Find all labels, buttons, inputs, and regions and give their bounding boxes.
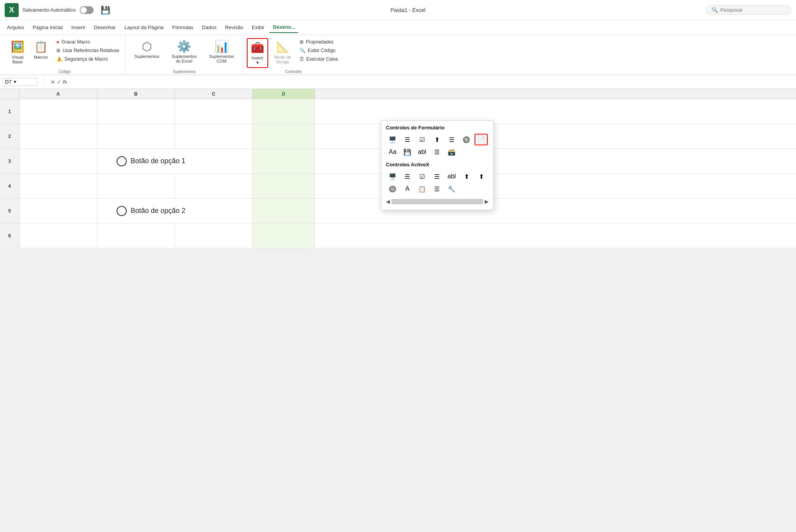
modo-design-button[interactable]: 📐 Modo deDesign	[271, 38, 294, 66]
ribbon-group-codigo: 🖼️ VisualBasic 📋 Macros ● Gravar Macro ⊞…	[4, 37, 126, 75]
cell-B1[interactable]	[97, 99, 175, 124]
row-header-2: 2	[0, 124, 19, 148]
autosave-label: Salvamento Automático	[23, 7, 76, 13]
suplementos-excel-icon: ⚙️	[177, 40, 191, 53]
menu-inserir[interactable]: Inserir	[67, 22, 89, 33]
cell-B4[interactable]	[97, 174, 175, 198]
form-ctrl-list[interactable]: ☰	[445, 134, 458, 145]
executar-caixa-button[interactable]: ☰ Executar Caixa	[297, 55, 340, 63]
radio-circle-2[interactable]	[117, 206, 127, 216]
form-ctrl-button[interactable]: 🖥️	[386, 134, 399, 145]
cancel-formula-icon[interactable]: ✕	[51, 79, 55, 85]
ax-image[interactable]: 📋	[415, 183, 429, 195]
cell-D5[interactable]	[253, 199, 315, 223]
cell-C6[interactable]	[175, 223, 253, 248]
cell-C4[interactable]	[175, 174, 253, 198]
form-ctrl-scroll[interactable]: 💾	[401, 146, 414, 158]
ax-button[interactable]: 🖥️	[386, 171, 399, 182]
ribbon: 🖼️ VisualBasic 📋 Macros ● Gravar Macro ⊞…	[0, 35, 796, 75]
form-ctrl-label[interactable]: Aa	[386, 146, 399, 158]
scroll-left-arrow[interactable]: ◀	[386, 199, 390, 204]
col-header-D[interactable]: D	[253, 89, 315, 99]
row-header-1: 1	[0, 99, 19, 124]
gravar-macro-button[interactable]: ● Gravar Macro	[54, 38, 121, 46]
menu-layout[interactable]: Layout da Página	[120, 22, 168, 33]
formula-action-icons: ✕ ✓ fx	[51, 79, 67, 85]
ax-radio[interactable]: 🔘	[386, 183, 399, 195]
menu-desenhar[interactable]: Desenhar	[90, 22, 120, 33]
radio-circle-1[interactable]	[117, 156, 127, 166]
cell-reference-box[interactable]: D7 ▼	[2, 78, 37, 86]
cell-D6[interactable]	[253, 223, 315, 248]
suplementos-com-button[interactable]: 📊 SuplementosCOM	[204, 38, 239, 65]
cell-A3[interactable]	[19, 149, 97, 173]
cell-C2[interactable]	[175, 124, 253, 148]
suplementos-button[interactable]: ⬡ Suplementos	[129, 38, 164, 60]
form-ctrl-radio[interactable]: 🔘	[460, 134, 473, 145]
cell-A6[interactable]	[19, 223, 97, 248]
inserir-button[interactable]: 🧰 Inserir▼	[247, 38, 268, 68]
activex-controls-grid: 🖥️ ☰ ☑ ☰ abl ⬆ ⬆ 🔘 A 📋 ☰ 🔧	[386, 171, 489, 195]
cell-D3[interactable]	[253, 149, 315, 173]
ax-spin[interactable]: ⬆	[475, 171, 488, 182]
cell-A1[interactable]	[19, 99, 97, 124]
form-ctrl-text[interactable]: abl	[415, 146, 429, 158]
cell-D1[interactable]	[253, 99, 315, 124]
visual-basic-button[interactable]: 🖼️ VisualBasic	[8, 38, 28, 66]
form-ctrl-bar[interactable]: 🗃️	[445, 146, 458, 158]
formula-bar: D7 ▼ ⋮ ✕ ✓ fx	[0, 75, 796, 89]
cell-B6[interactable]	[97, 223, 175, 248]
ax-combo[interactable]: ☰	[401, 171, 414, 182]
cell-B2[interactable]	[97, 124, 175, 148]
ax-label[interactable]: A	[401, 183, 414, 195]
suplementos-excel-button[interactable]: ⚙️ Suplementosdo Excel	[167, 38, 201, 65]
autosave-toggle[interactable]	[80, 6, 94, 14]
ax-more[interactable]: 🔧	[445, 183, 458, 195]
controles-small-buttons: ⊞ Propriedades 🔍 Exibir Código ☰ Executa…	[297, 38, 340, 63]
search-box[interactable]: 🔍	[706, 5, 791, 15]
form-ctrl-spin[interactable]: ⬆	[430, 134, 443, 145]
col-header-C[interactable]: C	[175, 89, 253, 99]
scrollbar-track[interactable]	[391, 199, 483, 204]
ax-scroll[interactable]: ⬆	[460, 171, 473, 182]
menu-desenvolver[interactable]: Desenv...	[269, 22, 298, 33]
scroll-right-arrow[interactable]: ▶	[485, 199, 489, 204]
fx-icon[interactable]: fx	[63, 79, 67, 85]
cell-B3[interactable]: Botão de opção 1	[97, 149, 253, 173]
referencias-relativas-button[interactable]: ⊞ Usar Referências Relativas	[54, 47, 121, 54]
menu-dados[interactable]: Dados	[198, 22, 220, 33]
cell-D2[interactable]	[253, 124, 315, 148]
menu-arquivo[interactable]: Arquivo	[3, 22, 28, 33]
col-header-B[interactable]: B	[97, 89, 175, 99]
form-ctrl-combo[interactable]: ☰	[401, 134, 414, 145]
form-ctrl-list2[interactable]: ☰	[430, 146, 443, 158]
confirm-formula-icon[interactable]: ✓	[57, 79, 61, 85]
form-ctrl-group[interactable]: 📄	[475, 134, 488, 145]
macro-small-buttons: ● Gravar Macro ⊞ Usar Referências Relati…	[54, 38, 121, 63]
col-header-A[interactable]: A	[19, 89, 97, 99]
menu-formulas[interactable]: Fórmulas	[168, 22, 197, 33]
cell-A4[interactable]	[19, 174, 97, 198]
save-icon: 💾	[101, 5, 110, 15]
cell-ref-dropdown-icon[interactable]: ▼	[13, 80, 17, 84]
cell-C1[interactable]	[175, 99, 253, 124]
cell-B5[interactable]: Botão de opção 2	[97, 199, 253, 223]
formula-input[interactable]	[68, 78, 794, 85]
ax-toggle[interactable]: ☰	[430, 183, 443, 195]
cell-A2[interactable]	[19, 124, 97, 148]
cell-A5[interactable]	[19, 199, 97, 223]
macros-button[interactable]: 📋 Macros	[31, 38, 51, 62]
menu-exibir[interactable]: Exibir	[248, 22, 269, 33]
form-ctrl-checkbox[interactable]: ☑	[415, 134, 429, 145]
search-input[interactable]	[720, 7, 782, 13]
cell-D4[interactable]	[253, 174, 315, 198]
exibir-codigo-button[interactable]: 🔍 Exibir Código	[297, 47, 340, 54]
ax-text[interactable]: abl	[445, 171, 458, 182]
activex-controls-title: Controles ActiveX	[386, 162, 489, 167]
menu-pagina-inicial[interactable]: Página Inicial	[29, 22, 66, 33]
ax-list[interactable]: ☰	[430, 171, 443, 182]
propriedades-button[interactable]: ⊞ Propriedades	[297, 38, 340, 46]
ax-checkbox[interactable]: ☑	[415, 171, 429, 182]
menu-revisao[interactable]: Revisão	[221, 22, 247, 33]
seguranca-macro-button[interactable]: ⚠️ Segurança de Macro	[54, 55, 121, 63]
